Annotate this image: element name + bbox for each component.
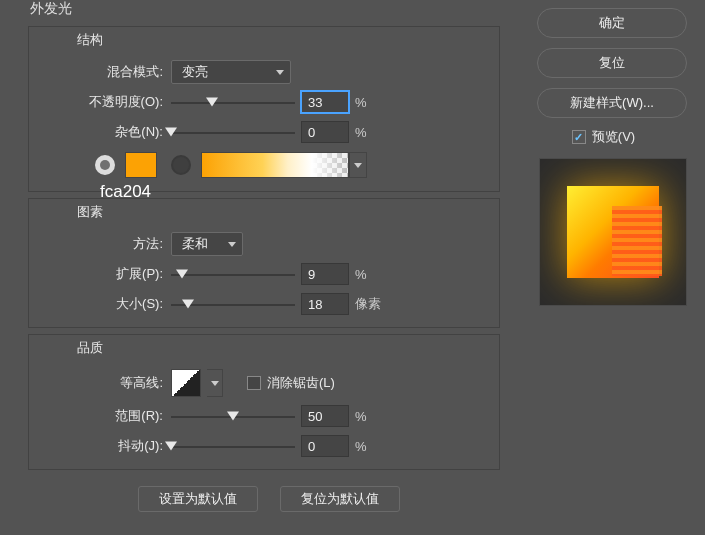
contour-dropdown[interactable] (207, 369, 223, 397)
size-input[interactable] (301, 293, 349, 315)
pixel-unit: 像素 (355, 295, 385, 313)
percent-unit: % (355, 125, 385, 140)
range-label: 范围(R): (29, 407, 171, 425)
chevron-down-icon (276, 70, 284, 75)
pattern-group: 图素 方法: 柔和 扩展(P): % 大小(S): (28, 198, 500, 328)
range-slider[interactable] (171, 406, 295, 426)
reset-button[interactable]: 复位 (537, 48, 687, 78)
jitter-slider[interactable] (171, 436, 295, 456)
range-input[interactable] (301, 405, 349, 427)
solid-color-radio[interactable] (95, 155, 115, 175)
chevron-down-icon (354, 163, 362, 168)
set-default-button[interactable]: 设置为默认值 (138, 486, 258, 512)
reset-default-button[interactable]: 复位为默认值 (280, 486, 400, 512)
spread-slider[interactable] (171, 264, 295, 284)
quality-group: 品质 等高线: 消除锯齿(L) 范围(R): % (28, 334, 500, 470)
antialias-checkbox[interactable] (247, 376, 261, 390)
opacity-slider[interactable] (171, 92, 295, 112)
size-label: 大小(S): (29, 295, 171, 313)
spread-input[interactable] (301, 263, 349, 285)
quality-title: 品质 (29, 335, 499, 365)
percent-unit: % (355, 439, 385, 454)
opacity-label: 不透明度(O): (29, 93, 171, 111)
structure-title: 结构 (29, 27, 499, 57)
new-style-button[interactable]: 新建样式(W)... (537, 88, 687, 118)
method-value: 柔和 (182, 235, 208, 253)
contour-picker[interactable] (171, 369, 201, 397)
ok-button[interactable]: 确定 (537, 8, 687, 38)
size-slider[interactable] (171, 294, 295, 314)
chevron-down-icon (211, 381, 219, 386)
noise-input[interactable] (301, 121, 349, 143)
noise-label: 杂色(N): (29, 123, 171, 141)
method-select[interactable]: 柔和 (171, 232, 243, 256)
blend-mode-value: 变亮 (182, 63, 208, 81)
structure-group: 结构 混合模式: 变亮 不透明度(O): % 杂色(N): (28, 26, 500, 192)
preview-label: 预览(V) (592, 128, 635, 146)
jitter-input[interactable] (301, 435, 349, 457)
color-swatch[interactable] (125, 152, 157, 178)
gradient-picker[interactable] (201, 152, 349, 178)
antialias-label: 消除锯齿(L) (267, 374, 335, 392)
opacity-input[interactable] (301, 91, 349, 113)
pattern-title: 图素 (29, 199, 499, 229)
blend-mode-label: 混合模式: (29, 63, 171, 81)
chevron-down-icon (228, 242, 236, 247)
gradient-radio[interactable] (171, 155, 191, 175)
method-label: 方法: (29, 235, 171, 253)
percent-unit: % (355, 409, 385, 424)
outer-glow-title: 外发光 (0, 0, 520, 26)
contour-label: 等高线: (29, 374, 171, 392)
percent-unit: % (355, 267, 385, 282)
blend-mode-select[interactable]: 变亮 (171, 60, 291, 84)
gradient-dropdown[interactable] (349, 152, 367, 178)
spread-label: 扩展(P): (29, 265, 171, 283)
preview-thumbnail (539, 158, 687, 306)
noise-slider[interactable] (171, 122, 295, 142)
jitter-label: 抖动(J): (29, 437, 171, 455)
preview-checkbox[interactable] (572, 130, 586, 144)
percent-unit: % (355, 95, 385, 110)
